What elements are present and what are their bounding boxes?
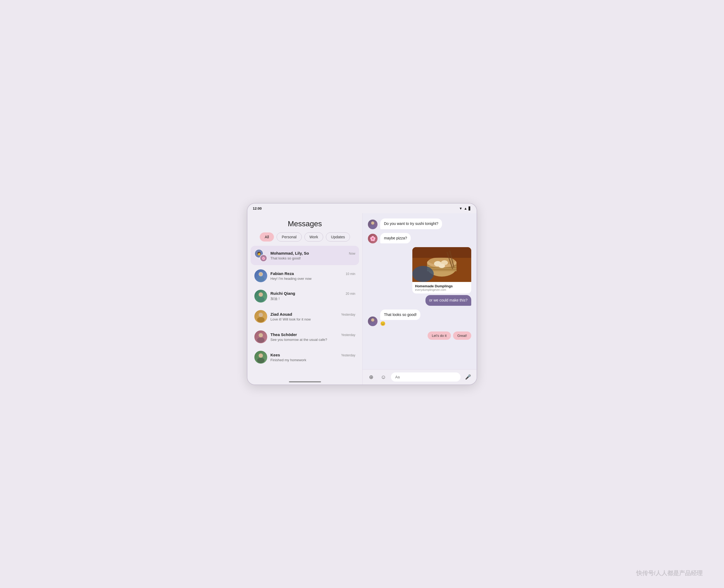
svg-point-12 bbox=[370, 225, 376, 229]
conv-name: Fabian Reza bbox=[271, 271, 294, 276]
avatar bbox=[254, 310, 267, 323]
avatar bbox=[254, 269, 267, 282]
svg-point-7 bbox=[259, 333, 263, 337]
conversation-list: 🧑 🌸 Mohammad, Lily, So Now That looks so… bbox=[248, 246, 362, 379]
svg-point-29 bbox=[370, 322, 376, 326]
main-content: Messages All Personal Work Updates 🧑 🌸 bbox=[248, 213, 476, 384]
conv-time: Now bbox=[349, 252, 355, 255]
conv-header: Kees Yesterday bbox=[271, 353, 355, 357]
svg-point-8 bbox=[257, 337, 264, 343]
conv-time: 20 min bbox=[346, 292, 355, 296]
svg-point-5 bbox=[259, 313, 263, 317]
device-frame: 12:00 ▼ ▲ ▋ Messages All Personal Work U… bbox=[247, 203, 477, 385]
avatar: 🌸 bbox=[260, 254, 267, 262]
message-row: 🌸 maybe pizza? bbox=[368, 233, 471, 244]
filter-work[interactable]: Work bbox=[304, 232, 323, 241]
link-card-title: Homemade Dumplings bbox=[415, 284, 469, 288]
home-bar bbox=[289, 381, 321, 382]
conv-preview: Hey! I'm heading over now bbox=[271, 277, 355, 280]
conv-time: Yesterday bbox=[341, 353, 355, 357]
message-input[interactable] bbox=[391, 373, 461, 382]
battery-icon: ▋ bbox=[469, 206, 471, 210]
mic-button[interactable]: 🎤 bbox=[463, 372, 473, 382]
page-title: Messages bbox=[248, 213, 362, 232]
conv-info: Thea Schöder Yesterday See you tomorrow … bbox=[271, 332, 355, 342]
avatar bbox=[254, 331, 267, 343]
wifi-icon: ▼ bbox=[459, 206, 463, 210]
conv-preview: 加油！ bbox=[271, 296, 355, 301]
conv-header: Fabian Reza 10 min bbox=[271, 271, 355, 276]
conv-preview: Finished my homework bbox=[271, 358, 355, 362]
status-bar: 12:00 ▼ ▲ ▋ bbox=[248, 204, 476, 213]
message-row: Do you want to try sushi tonight? bbox=[368, 218, 471, 229]
link-card-info: Homemade Dumplings everydumplingever.com bbox=[412, 282, 471, 293]
home-indicator bbox=[248, 379, 362, 384]
chat-messages: Do you want to try sushi tonight? 🌸 mayb… bbox=[363, 213, 476, 369]
conv-header: Ruichi Qiang 20 min bbox=[271, 291, 355, 296]
conv-info: Ziad Aouad Yesterday Love it! Will look … bbox=[271, 312, 355, 321]
conv-info: Fabian Reza 10 min Hey! I'm heading over… bbox=[271, 271, 355, 280]
svg-point-11 bbox=[371, 222, 374, 225]
svg-point-27 bbox=[412, 266, 434, 282]
conv-preview: See you tomorrow at the usual cafe? bbox=[271, 338, 355, 342]
conv-time: Yesterday bbox=[341, 313, 355, 316]
list-item[interactable]: 🧑 🌸 Mohammad, Lily, So Now That looks so… bbox=[251, 246, 359, 265]
conv-time: Yesterday bbox=[341, 333, 355, 337]
right-panel: Do you want to try sushi tonight? 🌸 mayb… bbox=[363, 213, 476, 384]
list-item[interactable]: Fabian Reza 10 min Hey! I'm heading over… bbox=[251, 266, 359, 286]
filter-updates[interactable]: Updates bbox=[326, 232, 350, 241]
filter-tabs: All Personal Work Updates bbox=[248, 232, 362, 246]
avatar bbox=[254, 290, 267, 302]
conv-info: Ruichi Qiang 20 min 加油！ bbox=[271, 291, 355, 301]
signal-icon: ▲ bbox=[464, 206, 467, 210]
conv-name: Mohammad, Lily, So bbox=[271, 251, 309, 255]
avatar bbox=[368, 316, 378, 326]
chat-bubble: That looks so good! bbox=[380, 310, 420, 320]
avatar bbox=[254, 351, 267, 364]
watermark: 快传号/人人都是产品经理 bbox=[636, 569, 703, 577]
svg-point-28 bbox=[371, 318, 374, 321]
quick-reply-great[interactable]: Great! bbox=[453, 332, 471, 340]
conv-info: Mohammad, Lily, So Now That looks so goo… bbox=[271, 251, 355, 260]
svg-point-1 bbox=[257, 276, 264, 282]
avatar-group: 🧑 🌸 bbox=[254, 249, 267, 262]
conv-time: 10 min bbox=[346, 272, 355, 276]
list-item[interactable]: Ruichi Qiang 20 min 加油！ bbox=[251, 287, 359, 306]
conv-header: Mohammad, Lily, So Now bbox=[271, 251, 355, 255]
conv-header: Ziad Aouad Yesterday bbox=[271, 312, 355, 316]
svg-point-3 bbox=[259, 292, 263, 297]
quick-reply-lets-do-it[interactable]: Let's do it bbox=[428, 332, 451, 340]
conv-name: Thea Schöder bbox=[271, 332, 297, 337]
svg-rect-26 bbox=[412, 247, 471, 258]
avatar bbox=[368, 219, 378, 229]
message-with-reaction: That looks so good! 😊 bbox=[368, 310, 471, 327]
conv-header: Thea Schöder Yesterday bbox=[271, 332, 355, 337]
link-card-url: everydumplingever.com bbox=[415, 288, 469, 291]
chat-bubble: Do you want to try sushi tonight? bbox=[380, 218, 442, 229]
emoji-button[interactable]: ☺ bbox=[379, 372, 388, 382]
left-panel: Messages All Personal Work Updates 🧑 🌸 bbox=[248, 213, 363, 384]
svg-point-6 bbox=[257, 317, 264, 322]
chat-bubble: or we could make this? bbox=[425, 295, 471, 306]
conv-name: Ziad Aouad bbox=[271, 312, 292, 316]
outgoing-card-group: Homemade Dumplings everydumplingever.com… bbox=[368, 247, 471, 306]
status-icons: ▼ ▲ ▋ bbox=[459, 206, 471, 210]
avatar: 🌸 bbox=[368, 234, 378, 244]
quick-replies: Let's do it Great! bbox=[368, 332, 471, 340]
conv-preview: That looks so good! bbox=[271, 256, 355, 260]
filter-personal[interactable]: Personal bbox=[277, 232, 301, 241]
conv-info: Kees Yesterday Finished my homework bbox=[271, 353, 355, 362]
link-card-image bbox=[412, 247, 471, 282]
add-button[interactable]: ⊕ bbox=[366, 372, 376, 382]
conv-name: Ruichi Qiang bbox=[271, 291, 295, 296]
svg-point-4 bbox=[257, 297, 264, 302]
list-item[interactable]: Thea Schöder Yesterday See you tomorrow … bbox=[251, 327, 359, 346]
message-row: That looks so good! 😊 bbox=[368, 310, 471, 327]
filter-all[interactable]: All bbox=[260, 232, 274, 241]
reaction-emoji: 😊 bbox=[380, 321, 420, 326]
list-item[interactable]: Ziad Aouad Yesterday Love it! Will look … bbox=[251, 307, 359, 326]
link-card[interactable]: Homemade Dumplings everydumplingever.com bbox=[412, 247, 471, 293]
list-item[interactable]: Kees Yesterday Finished my homework bbox=[251, 348, 359, 367]
conv-preview: Love it! Will look for it now bbox=[271, 317, 355, 321]
status-time: 12:00 bbox=[253, 206, 261, 210]
